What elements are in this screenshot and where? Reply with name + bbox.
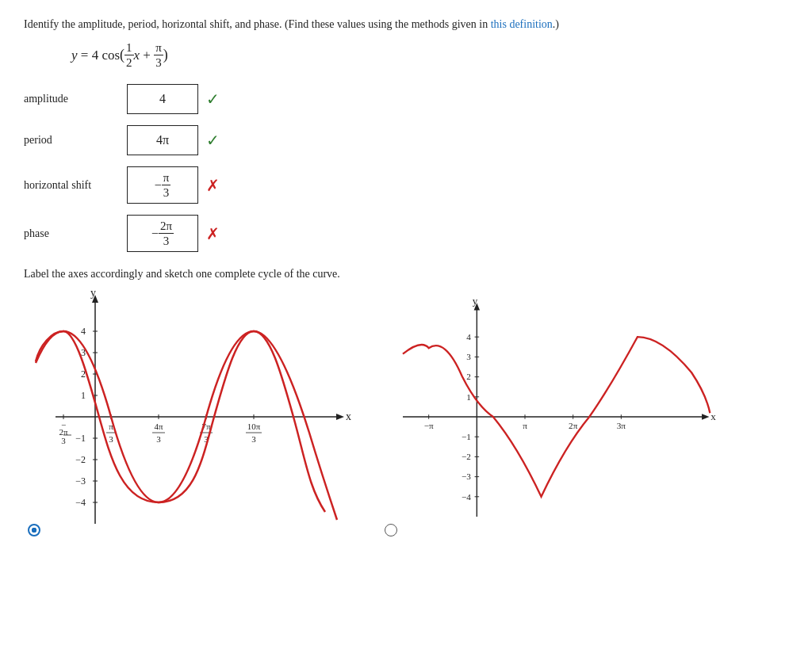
svg-text:4: 4 <box>466 332 471 342</box>
svg-text:2: 2 <box>466 372 471 381</box>
graph2-svg: y x 4 3 2 1 −1 −2 −3 −4 −π π 2π <box>381 290 714 544</box>
svg-text:3: 3 <box>466 352 471 361</box>
phase-label: phase <box>24 227 127 240</box>
period-row: period 4π ✓ <box>24 125 788 155</box>
svg-text:−2: −2 <box>462 452 471 461</box>
svg-text:3: 3 <box>156 434 161 444</box>
formula-display: y = 4 cos(12x + π3) <box>71 40 788 70</box>
period-box[interactable]: 4π <box>127 125 198 155</box>
svg-text:x: x <box>710 410 716 422</box>
graph2: y x 4 3 2 1 −1 −2 −3 −4 −π π 2π <box>381 290 737 544</box>
svg-text:2π: 2π <box>569 421 578 430</box>
radio2[interactable] <box>385 524 397 540</box>
amplitude-label: amplitude <box>24 93 127 105</box>
phase-box[interactable]: −2π3 <box>127 215 198 252</box>
svg-text:π: π <box>523 421 527 430</box>
svg-text:−1: −1 <box>75 433 86 444</box>
svg-text:−4: −4 <box>462 492 471 502</box>
svg-text:4π: 4π <box>154 422 163 431</box>
amplitude-box[interactable]: 4 <box>127 84 198 114</box>
fields-section: amplitude 4 ✓ period 4π ✓ horizontal shi… <box>24 84 788 252</box>
svg-text:3: 3 <box>61 436 66 445</box>
svg-text:−3: −3 <box>75 475 86 487</box>
graph1-svg: y x 4 3 2 1 −1 −2 −3 −4 − 2π <box>24 290 357 544</box>
horizontal-shift-label: horizontal shift <box>24 179 127 192</box>
phase-x: ✗ <box>206 224 220 243</box>
radio1[interactable] <box>28 524 40 540</box>
amplitude-check: ✓ <box>206 90 220 109</box>
amplitude-row: amplitude 4 ✓ <box>24 84 788 114</box>
svg-text:−2: −2 <box>75 454 86 465</box>
svg-text:−π: −π <box>424 421 434 430</box>
svg-text:10π: 10π <box>247 422 261 431</box>
svg-text:−4: −4 <box>75 497 86 508</box>
graph-instruction: Label the axes accordingly and sketch on… <box>24 268 788 281</box>
graphs-container: y x 4 3 2 1 −1 −2 −3 −4 − 2π <box>24 290 788 544</box>
horizontal-shift-box[interactable]: −π3 <box>127 166 198 204</box>
horizontal-shift-row: horizontal shift −π3 ✗ <box>24 166 788 204</box>
period-check: ✓ <box>206 131 220 150</box>
period-label: period <box>24 134 127 147</box>
svg-text:y: y <box>90 287 96 299</box>
graph1: y x 4 3 2 1 −1 −2 −3 −4 − 2π <box>24 290 357 544</box>
svg-text:1: 1 <box>466 392 471 402</box>
definition-link[interactable]: this definition <box>491 18 553 30</box>
svg-text:x: x <box>346 410 351 422</box>
svg-text:−1: −1 <box>462 432 471 441</box>
svg-text:3: 3 <box>109 434 113 444</box>
intro-text: Identify the amplitude, period, horizont… <box>24 16 788 32</box>
svg-text:−3: −3 <box>462 471 471 481</box>
svg-text:4: 4 <box>81 326 86 337</box>
svg-marker-3 <box>336 414 344 420</box>
svg-text:y: y <box>473 295 478 307</box>
svg-text:3: 3 <box>251 434 256 444</box>
svg-marker-46 <box>702 414 709 419</box>
phase-row: phase −2π3 ✗ <box>24 215 788 252</box>
svg-text:3π: 3π <box>617 421 626 430</box>
horizontal-shift-x: ✗ <box>206 176 220 195</box>
svg-text:1: 1 <box>81 390 86 401</box>
